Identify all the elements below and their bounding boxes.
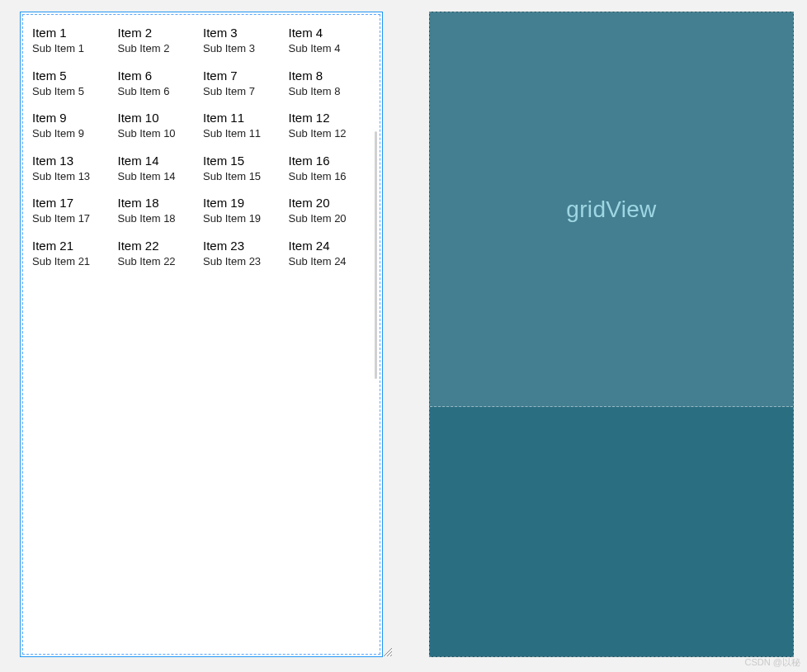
layout-editor-workspace: Item 1Sub Item 1Item 2Sub Item 2Item 3Su… xyxy=(0,0,807,672)
grid-item[interactable]: Item 17Sub Item 17 xyxy=(32,196,118,225)
grid-item[interactable]: Item 18Sub Item 18 xyxy=(118,196,204,225)
grid-item-title: Item 18 xyxy=(118,196,201,211)
grid-item-subtitle: Sub Item 20 xyxy=(289,212,353,225)
grid-item-title: Item 24 xyxy=(289,239,371,253)
grid-item[interactable]: Item 4Sub Item 4 xyxy=(289,26,375,55)
grid-item-subtitle: Sub Item 19 xyxy=(203,212,267,225)
grid-item-subtitle: Sub Item 15 xyxy=(203,170,267,183)
grid-item[interactable]: Item 13Sub Item 13 xyxy=(32,154,118,183)
grid-item-subtitle: Sub Item 24 xyxy=(289,255,353,268)
grid-item[interactable]: Item 2Sub Item 2 xyxy=(118,26,204,55)
grid-item-title: Item 17 xyxy=(32,196,115,211)
blueprint-widget-label: gridView xyxy=(566,196,656,223)
grid-item-title: Item 4 xyxy=(289,26,371,40)
grid-item[interactable]: Item 20Sub Item 20 xyxy=(289,196,375,225)
grid-item[interactable]: Item 19Sub Item 19 xyxy=(203,196,289,225)
grid-item-title: Item 22 xyxy=(118,239,201,253)
grid-item-subtitle: Sub Item 21 xyxy=(32,255,97,268)
grid-item[interactable]: Item 24Sub Item 24 xyxy=(289,239,375,268)
grid-item-subtitle: Sub Item 16 xyxy=(289,170,353,183)
grid-item-subtitle: Sub Item 12 xyxy=(289,127,353,140)
grid-item-title: Item 3 xyxy=(203,26,286,40)
grid-item-title: Item 16 xyxy=(289,154,371,168)
grid-item-title: Item 6 xyxy=(118,69,201,83)
grid-item-subtitle: Sub Item 23 xyxy=(203,255,267,268)
blueprint-frame[interactable]: gridView xyxy=(429,12,794,657)
grid-item-title: Item 14 xyxy=(118,154,201,168)
grid-item-subtitle: Sub Item 4 xyxy=(289,42,371,55)
grid-item-subtitle: Sub Item 11 xyxy=(203,127,267,140)
grid-item-title: Item 13 xyxy=(32,154,115,168)
grid-item-subtitle: Sub Item 8 xyxy=(289,85,371,98)
grid-item-subtitle: Sub Item 13 xyxy=(32,170,97,183)
grid-item[interactable]: Item 8Sub Item 8 xyxy=(289,69,375,98)
grid-item[interactable]: Item 22Sub Item 22 xyxy=(118,239,204,268)
grid-item-title: Item 10 xyxy=(118,111,201,125)
grid-item-subtitle: Sub Item 22 xyxy=(118,255,182,268)
watermark-text: CSDN @以秘 xyxy=(745,656,800,669)
grid-item-title: Item 20 xyxy=(289,196,371,211)
grid-item[interactable]: Item 23Sub Item 23 xyxy=(203,239,289,268)
grid-item-subtitle: Sub Item 3 xyxy=(203,42,286,55)
grid-item-title: Item 21 xyxy=(32,239,115,253)
grid-item-title: Item 12 xyxy=(289,111,371,125)
grid-item-title: Item 5 xyxy=(32,69,115,83)
grid-item-subtitle: Sub Item 9 xyxy=(32,127,115,140)
grid-item-subtitle: Sub Item 5 xyxy=(32,85,115,98)
grid-item[interactable]: Item 10Sub Item 10 xyxy=(118,111,204,140)
grid-item[interactable]: Item 16Sub Item 16 xyxy=(289,154,375,183)
grid-item-subtitle: Sub Item 14 xyxy=(118,170,182,183)
blueprint-widget-gridview[interactable]: gridView xyxy=(430,12,793,407)
grid-item[interactable]: Item 3Sub Item 3 xyxy=(203,26,289,55)
design-preview-frame[interactable]: Item 1Sub Item 1Item 2Sub Item 2Item 3Su… xyxy=(20,12,383,657)
grid-item-title: Item 2 xyxy=(118,26,201,40)
grid-item[interactable]: Item 14Sub Item 14 xyxy=(118,154,204,183)
grid-item-subtitle: Sub Item 10 xyxy=(118,127,182,140)
grid-item-subtitle: Sub Item 18 xyxy=(118,212,182,225)
grid-item-subtitle: Sub Item 17 xyxy=(32,212,97,225)
grid-item[interactable]: Item 12Sub Item 12 xyxy=(289,111,375,140)
grid-item[interactable]: Item 15Sub Item 15 xyxy=(203,154,289,183)
grid-item[interactable]: Item 5Sub Item 5 xyxy=(32,69,118,98)
grid-item[interactable]: Item 1Sub Item 1 xyxy=(32,26,118,55)
grid-item-subtitle: Sub Item 7 xyxy=(203,85,286,98)
grid-item-subtitle: Sub Item 6 xyxy=(118,85,201,98)
scrollbar-vertical[interactable] xyxy=(375,131,377,379)
grid-item[interactable]: Item 9Sub Item 9 xyxy=(32,111,118,140)
grid-item[interactable]: Item 11Sub Item 11 xyxy=(203,111,289,140)
grid-item[interactable]: Item 7Sub Item 7 xyxy=(203,69,289,98)
grid-item-title: Item 9 xyxy=(32,111,115,125)
resize-handle-icon[interactable] xyxy=(382,646,394,658)
grid-item-title: Item 7 xyxy=(203,69,286,83)
grid-item-title: Item 23 xyxy=(203,239,286,253)
grid-item-title: Item 11 xyxy=(203,111,286,125)
grid-item-title: Item 19 xyxy=(203,196,286,211)
grid-item-subtitle: Sub Item 2 xyxy=(118,42,201,55)
grid-item[interactable]: Item 6Sub Item 6 xyxy=(118,69,204,98)
gridview-preview[interactable]: Item 1Sub Item 1Item 2Sub Item 2Item 3Su… xyxy=(24,16,379,392)
grid-item[interactable]: Item 21Sub Item 21 xyxy=(32,239,118,268)
grid-item-title: Item 15 xyxy=(203,154,286,168)
grid-item-title: Item 8 xyxy=(289,69,371,83)
grid-item-subtitle: Sub Item 1 xyxy=(32,42,115,55)
grid-item-title: Item 1 xyxy=(32,26,115,40)
